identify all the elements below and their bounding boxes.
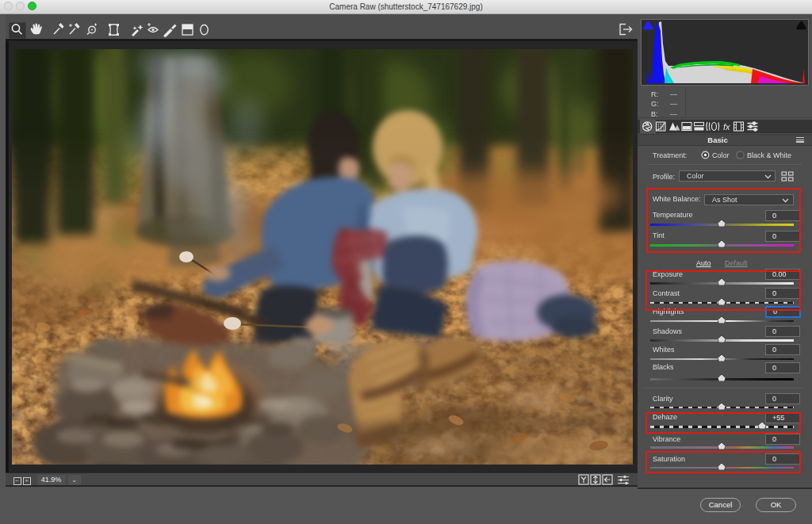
svg-text:fx: fx xyxy=(723,121,730,131)
